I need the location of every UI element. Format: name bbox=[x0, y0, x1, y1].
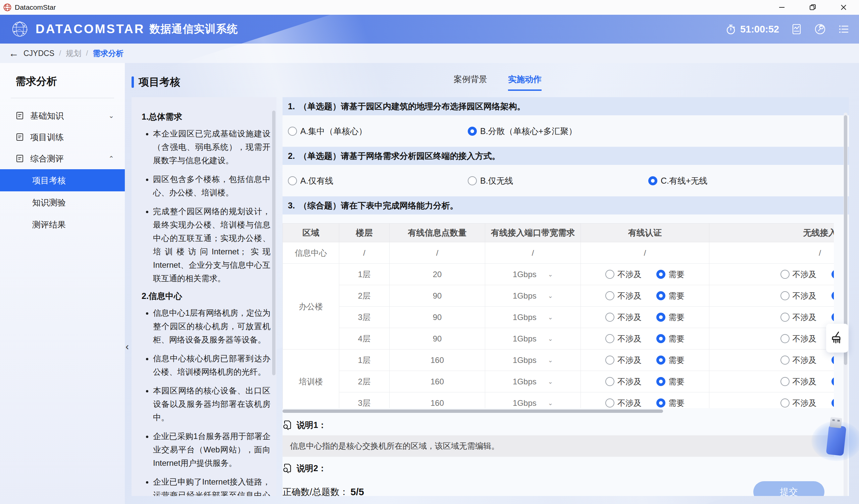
table-row: 3层901Gbps⌄不涉及需要不涉及需要 bbox=[283, 306, 834, 328]
wireless-access-option[interactable]: 不涉及 bbox=[781, 333, 817, 344]
wireless-access-option[interactable]: 不涉及 bbox=[781, 290, 817, 301]
radio-icon[interactable] bbox=[656, 334, 665, 343]
wired-auth-option[interactable]: 不涉及 bbox=[605, 312, 642, 323]
table-horizontal-scrollbar[interactable] bbox=[283, 409, 834, 413]
wireless-access-option[interactable]: 不涉及 bbox=[781, 376, 817, 387]
bandwidth-select[interactable]: 1Gbps⌄ bbox=[485, 377, 581, 387]
bandwidth-select[interactable]: 1Gbps⌄ bbox=[485, 291, 581, 301]
wireless-access-option[interactable]: 需要 bbox=[831, 312, 834, 323]
radio-icon[interactable] bbox=[781, 313, 789, 322]
radio-icon[interactable] bbox=[288, 176, 297, 185]
radio-icon[interactable] bbox=[656, 398, 665, 408]
radio-icon[interactable] bbox=[605, 270, 614, 279]
breadcrumb-root[interactable]: CJYDCS bbox=[24, 49, 54, 58]
tools-icon[interactable] bbox=[814, 23, 826, 35]
sidebar-item[interactable]: 基础知识 ⌄ bbox=[0, 105, 125, 126]
usb-drive-widget[interactable] bbox=[811, 411, 859, 469]
wireless-access-option[interactable]: 不涉及 bbox=[781, 269, 817, 280]
floor-cell: 4层 bbox=[339, 328, 390, 349]
sidebar-subitem[interactable]: 项目考核 bbox=[0, 169, 125, 191]
wired-auth-option[interactable]: 需要 bbox=[656, 398, 684, 409]
wired-auth-option[interactable]: 需要 bbox=[656, 333, 684, 344]
case-panel-scrollbar[interactable] bbox=[272, 111, 275, 375]
menu-list-icon[interactable] bbox=[838, 23, 849, 35]
tab[interactable]: 实施动作 bbox=[508, 74, 542, 91]
auth-cell: / bbox=[581, 242, 709, 264]
wireless-access-option[interactable]: 需要 bbox=[831, 398, 834, 409]
sidebar-subitem[interactable]: 知识测验 bbox=[0, 191, 125, 214]
clear-broom-button[interactable] bbox=[826, 324, 848, 352]
wireless-access-option[interactable]: 不涉及 bbox=[781, 312, 817, 323]
radio-option[interactable]: A.集中（单核心） bbox=[288, 126, 367, 137]
wired-auth-option[interactable]: 不涉及 bbox=[605, 269, 642, 280]
radio-option[interactable]: B.仅无线 bbox=[468, 175, 513, 186]
wireless-access-option[interactable]: 需要 bbox=[831, 376, 834, 387]
radio-icon[interactable] bbox=[288, 127, 297, 136]
wireless-access-option[interactable]: 需要 bbox=[831, 355, 834, 366]
wired-auth-option[interactable]: 不涉及 bbox=[605, 398, 642, 409]
wired-auth-option[interactable]: 需要 bbox=[656, 290, 684, 301]
radio-icon[interactable] bbox=[831, 377, 834, 386]
bandwidth-select[interactable]: 1Gbps⌄ bbox=[485, 313, 581, 322]
wired-auth-option[interactable]: 需要 bbox=[656, 355, 684, 366]
radio-icon[interactable] bbox=[605, 313, 614, 322]
radio-icon[interactable] bbox=[831, 313, 834, 322]
submit-button[interactable]: 提交 bbox=[753, 481, 825, 496]
radio-icon[interactable] bbox=[781, 356, 789, 365]
document-icon bbox=[15, 133, 24, 141]
radio-icon[interactable] bbox=[831, 270, 834, 279]
radio-icon[interactable] bbox=[656, 356, 665, 365]
radio-icon[interactable] bbox=[605, 291, 614, 300]
radio-icon[interactable] bbox=[648, 176, 657, 185]
radio-icon[interactable] bbox=[656, 291, 665, 300]
question-options: A.集中（单核心） B.分散（单核心+多汇聚） bbox=[283, 115, 849, 147]
sidebar-subitem[interactable]: 测评结果 bbox=[0, 214, 125, 236]
wired-auth-option[interactable]: 需要 bbox=[656, 269, 684, 280]
radio-icon[interactable] bbox=[831, 398, 834, 408]
breadcrumb-plan[interactable]: 规划 bbox=[66, 48, 81, 59]
radio-icon[interactable] bbox=[781, 291, 789, 300]
wireless-access-option[interactable]: 需要 bbox=[831, 269, 834, 280]
wired-auth-option[interactable]: 不涉及 bbox=[605, 290, 642, 301]
radio-icon[interactable] bbox=[605, 377, 614, 386]
radio-icon[interactable] bbox=[605, 356, 614, 365]
back-arrow-icon[interactable]: ← bbox=[9, 48, 19, 58]
bandwidth-select[interactable]: 1Gbps⌄ bbox=[485, 398, 581, 408]
restore-button[interactable] bbox=[797, 0, 828, 15]
radio-icon[interactable] bbox=[831, 356, 834, 365]
radio-icon[interactable] bbox=[781, 377, 789, 386]
radio-option[interactable]: C.有线+无线 bbox=[648, 175, 708, 186]
radio-icon[interactable] bbox=[781, 334, 789, 343]
wired-auth-option[interactable]: 不涉及 bbox=[605, 376, 642, 387]
radio-icon[interactable] bbox=[605, 334, 614, 343]
radio-icon[interactable] bbox=[656, 270, 665, 279]
radio-icon[interactable] bbox=[605, 398, 614, 408]
radio-icon[interactable] bbox=[468, 176, 477, 185]
bandwidth-select[interactable]: 1Gbps⌄ bbox=[485, 356, 581, 365]
radio-option[interactable]: B.分散（单核心+多汇聚） bbox=[468, 126, 577, 137]
radio-label: 不涉及 bbox=[617, 312, 642, 323]
wireless-access-option[interactable]: 不涉及 bbox=[781, 398, 817, 409]
wireless-access-option[interactable]: 不涉及 bbox=[781, 355, 817, 366]
close-button[interactable] bbox=[828, 0, 859, 15]
radio-icon[interactable] bbox=[656, 377, 665, 386]
sidebar-collapse-handle[interactable]: ‹ bbox=[123, 338, 132, 355]
wired-auth-option[interactable]: 不涉及 bbox=[605, 333, 642, 344]
tab[interactable]: 案例背景 bbox=[454, 74, 487, 91]
radio-icon[interactable] bbox=[831, 291, 834, 300]
report-icon[interactable] bbox=[790, 23, 803, 35]
radio-icon[interactable] bbox=[468, 127, 477, 136]
radio-icon[interactable] bbox=[656, 313, 665, 322]
sidebar-item[interactable]: 项目训练 bbox=[0, 126, 125, 148]
wired-auth-option[interactable]: 需要 bbox=[656, 312, 684, 323]
radio-option[interactable]: A.仅有线 bbox=[288, 175, 333, 186]
radio-icon[interactable] bbox=[781, 398, 789, 408]
wired-auth-option[interactable]: 需要 bbox=[656, 376, 684, 387]
sidebar-item[interactable]: 综合测评 ⌃ bbox=[0, 148, 125, 169]
bandwidth-select[interactable]: 1Gbps⌄ bbox=[485, 334, 581, 344]
bandwidth-select[interactable]: 1Gbps⌄ bbox=[485, 270, 581, 279]
minimize-button[interactable] bbox=[766, 0, 797, 15]
radio-icon[interactable] bbox=[781, 270, 789, 279]
wireless-access-option[interactable]: 需要 bbox=[831, 290, 834, 301]
wired-auth-option[interactable]: 不涉及 bbox=[605, 355, 642, 366]
